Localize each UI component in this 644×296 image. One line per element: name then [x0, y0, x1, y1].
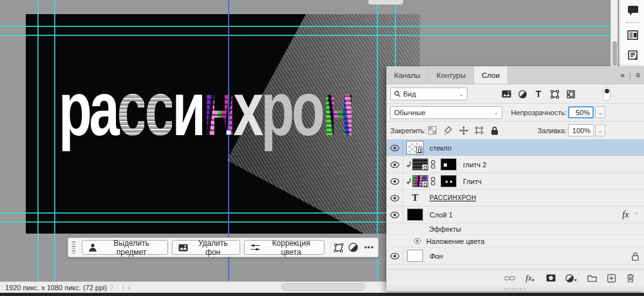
filter-type-layers-icon[interactable]: T — [533, 89, 544, 99]
color-correction-button[interactable]: Коррекция цвета — [244, 240, 325, 255]
filter-type-select[interactable]: Вид ⌄ — [390, 88, 468, 100]
layer-thumbnail[interactable] — [407, 208, 423, 221]
delete-layer-trash-icon[interactable] — [625, 272, 636, 284]
layer-thumbnail[interactable] — [412, 175, 428, 187]
effects-row[interactable]: Эффекты — [386, 223, 644, 235]
vertical-scrollbar-thumb[interactable] — [612, 41, 617, 66]
layer-thumbnail[interactable] — [407, 142, 423, 154]
scrollbar-top-cap — [368, 0, 403, 5]
image-icon — [178, 244, 188, 252]
new-layer-icon[interactable] — [605, 272, 617, 284]
dock-separator — [626, 22, 639, 23]
lock-position-icon[interactable] — [459, 125, 468, 135]
collapse-panel-icon[interactable]: » — [620, 71, 625, 80]
tab-layers[interactable]: Слои — [474, 66, 508, 84]
horizontal-scrollbar-thumb[interactable] — [281, 283, 365, 291]
layer-name[interactable]: РАССИНХРОН — [430, 194, 476, 201]
transform-anchor-handle[interactable] — [226, 130, 231, 135]
fill-dropdown-chevron[interactable]: ⌄ — [595, 124, 605, 136]
smart-object-badge-icon — [416, 147, 422, 153]
guide-horizontal[interactable] — [0, 26, 611, 27]
add-layer-style-icon[interactable]: fx▾ — [523, 272, 537, 284]
layer-mask-thumbnail[interactable] — [440, 158, 457, 171]
visibility-eye-icon[interactable] — [386, 207, 403, 223]
mask-link-icon[interactable] — [430, 177, 435, 185]
taskbar-drag-handle[interactable] — [68, 238, 77, 257]
select-subject-button[interactable]: Выделить предмет — [82, 240, 169, 255]
layer-row-text[interactable]: T РАССИНХРОН — [386, 190, 644, 207]
guide-vertical[interactable] — [54, 0, 55, 281]
layers-panel-footer: fx▾ ▾ — [386, 269, 644, 286]
mask-link-icon[interactable] — [430, 160, 435, 169]
new-adjustment-layer-icon[interactable]: ▾ — [564, 272, 578, 284]
guide-horizontal[interactable] — [0, 35, 611, 36]
layer-mask-thumbnail[interactable] — [440, 175, 457, 187]
letter: а — [90, 71, 117, 147]
layer-row-sloy1[interactable]: Слой 1 fx ⌃ — [386, 207, 644, 223]
visibility-eye-icon[interactable] — [386, 190, 403, 206]
remove-background-button[interactable]: Удалить фон — [172, 240, 240, 255]
layers-panel: Каналы Контуры Слои » ≡ Вид ⌄ — [386, 66, 644, 291]
notes-panel-icon[interactable] — [621, 45, 644, 66]
lock-transparency-icon[interactable] — [428, 125, 437, 135]
scroll-up-chevron[interactable]: ⌃ — [634, 212, 639, 218]
tab-channels[interactable]: Каналы — [386, 66, 429, 84]
hscroll-left-arrow[interactable]: ‹ — [128, 284, 130, 291]
visibility-eye-icon[interactable] — [386, 173, 403, 189]
letter: с — [117, 71, 145, 147]
background-lock-icon[interactable] — [632, 252, 639, 261]
filter-toggle-switch[interactable] — [603, 87, 611, 101]
visibility-eye-icon[interactable] — [386, 156, 403, 172]
guide-vertical[interactable] — [37, 0, 39, 281]
layer-fx-badge[interactable]: fx — [622, 210, 629, 220]
window-bottom-edge — [0, 293, 644, 296]
layer-name[interactable]: Слой 1 — [430, 211, 453, 219]
filter-adjustment-layers-icon[interactable] — [517, 89, 527, 99]
layer-thumbnail[interactable] — [412, 158, 428, 171]
photoshop-workspace: рассинхрон Выделить предмет Удалить фон — [0, 0, 644, 296]
lock-pixels-brush-icon[interactable] — [443, 125, 453, 135]
adjustment-icon-button[interactable] — [346, 240, 360, 255]
color-overlay-row[interactable]: Наложение цвета — [386, 235, 644, 248]
opacity-dropdown-chevron[interactable]: ⌄ — [595, 106, 605, 118]
add-layer-mask-icon[interactable] — [545, 272, 556, 284]
transform-icon-button[interactable] — [332, 240, 346, 255]
filter-pixel-layers-icon[interactable] — [501, 89, 511, 99]
fill-input[interactable]: 100% — [568, 124, 594, 136]
new-group-folder-icon[interactable] — [586, 272, 598, 284]
letter: р — [261, 71, 292, 147]
opacity-input[interactable]: 50% — [568, 106, 594, 118]
layer-name[interactable]: Глитч — [463, 178, 482, 185]
effect-visibility-eye-icon[interactable] — [413, 238, 421, 244]
visibility-eye-icon[interactable] — [386, 248, 403, 264]
filter-shape-layers-icon[interactable] — [549, 89, 560, 99]
document-canvas[interactable]: рассинхрон — [26, 14, 420, 234]
color-overlay-label: Наложение цвета — [426, 237, 484, 245]
layer-row-glitch2[interactable]: глитч 2 — [386, 156, 644, 173]
taskbar-more-button[interactable]: ••• — [360, 243, 378, 252]
link-layers-icon[interactable] — [504, 272, 515, 284]
panel-resize-grip[interactable] — [386, 286, 644, 291]
comments-panel-icon[interactable] — [621, 0, 644, 21]
color-correction-label: Коррекция цвета — [264, 239, 318, 257]
lock-all-icon[interactable] — [489, 125, 499, 135]
layer-name[interactable]: глитч 2 — [463, 161, 486, 169]
blend-mode-value: Обычные — [394, 109, 426, 116]
letter: х — [233, 71, 261, 147]
layer-row-glitch[interactable]: Глитч — [386, 173, 644, 190]
layer-row-background[interactable]: Фон — [386, 248, 644, 264]
blend-mode-select[interactable]: Обычные ⌄ — [390, 106, 502, 119]
lock-artboard-icon[interactable] — [474, 125, 484, 135]
layer-thumbnail[interactable] — [407, 250, 423, 262]
tab-paths[interactable]: Контуры — [429, 66, 474, 84]
properties-panel-icon[interactable] — [621, 24, 644, 45]
status-popup-chevron[interactable]: 〉 — [110, 283, 117, 292]
layer-name[interactable]: Фон — [430, 252, 443, 260]
filter-smart-objects-icon[interactable] — [565, 89, 576, 99]
filter-type-value: Вид — [403, 90, 416, 98]
smart-object-badge-icon — [422, 181, 428, 187]
panel-menu-icon[interactable]: ≡ — [636, 71, 640, 80]
layer-name[interactable]: стекло — [430, 144, 451, 152]
layer-row-steklo[interactable]: стекло — [386, 140, 644, 156]
visibility-eye-icon[interactable] — [386, 140, 403, 156]
